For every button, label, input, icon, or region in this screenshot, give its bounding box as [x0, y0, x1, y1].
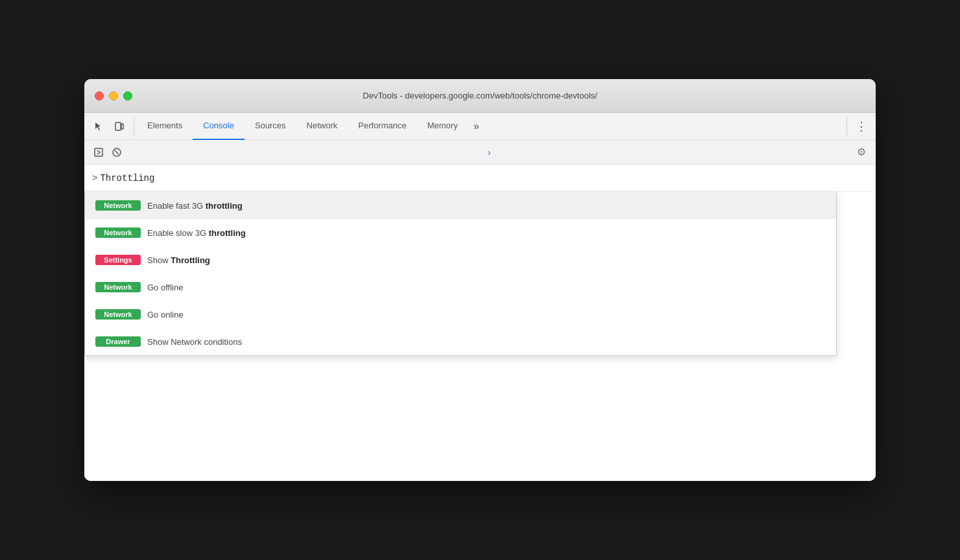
title-bar: DevTools - developers.google.com/web/too…	[84, 79, 876, 113]
item-text-fast-3g: Enable fast 3G throttling	[147, 201, 243, 211]
item-text-show-throttling: Show Throttling	[147, 255, 210, 265]
devtools-window: DevTools - developers.google.com/web/too…	[84, 79, 876, 481]
autocomplete-item-slow-3g[interactable]: Network Enable slow 3G throttling	[85, 219, 836, 246]
item-text-slow-3g: Enable slow 3G throttling	[147, 228, 246, 238]
item-text-go-offline: Go offline	[147, 283, 183, 292]
tab-memory[interactable]: Memory	[417, 113, 468, 140]
clear-console-button[interactable]	[108, 143, 126, 161]
device-mode-icon[interactable]	[110, 117, 128, 135]
window-title: DevTools - developers.google.com/web/too…	[363, 91, 597, 100]
toolbar-right-group: ⋮	[846, 117, 870, 135]
expand-button[interactable]	[90, 143, 108, 161]
select-element-icon[interactable]	[90, 117, 108, 135]
toolbar-icon-group	[90, 117, 134, 135]
main-toolbar: Elements Console Sources Network Perform…	[84, 113, 876, 140]
settings-gear-icon[interactable]: ⚙	[852, 143, 870, 161]
badge-network-3: Network	[95, 282, 141, 292]
secondary-toolbar: › ⚙	[84, 140, 876, 165]
autocomplete-item-fast-3g[interactable]: Network Enable fast 3G throttling	[85, 192, 836, 219]
tab-sources[interactable]: Sources	[245, 113, 296, 140]
autocomplete-item-go-online[interactable]: Network Go online	[85, 301, 836, 328]
autocomplete-item-show-throttling[interactable]: Settings Show Throttling	[85, 246, 836, 274]
tab-network[interactable]: Network	[296, 113, 348, 140]
badge-network-4: Network	[95, 309, 141, 320]
svg-rect-2	[95, 148, 102, 156]
traffic-lights	[95, 91, 132, 100]
console-area: > Throttling Network Enable fast 3G thro…	[84, 165, 876, 481]
badge-drawer: Drawer	[95, 336, 141, 347]
autocomplete-item-go-offline[interactable]: Network Go offline	[85, 274, 836, 301]
badge-network-2: Network	[95, 228, 141, 238]
console-prompt: >	[92, 173, 97, 183]
tab-performance[interactable]: Performance	[348, 113, 416, 140]
devtools-panel: Elements Console Sources Network Perform…	[84, 113, 876, 481]
tab-more-button[interactable]: »	[468, 113, 485, 140]
minimize-button[interactable]	[109, 91, 118, 100]
tab-elements[interactable]: Elements	[137, 113, 193, 140]
svg-rect-0	[115, 122, 121, 130]
more-options-button[interactable]: ⋮	[852, 117, 870, 135]
autocomplete-item-network-conditions[interactable]: Drawer Show Network conditions	[85, 328, 836, 355]
tab-console[interactable]: Console	[193, 113, 245, 140]
autocomplete-dropdown: Network Enable fast 3G throttling Networ…	[84, 192, 837, 356]
badge-network-1: Network	[95, 200, 141, 211]
close-button[interactable]	[95, 91, 104, 100]
console-input[interactable]: Throttling	[100, 173, 868, 183]
svg-line-4	[115, 150, 119, 154]
maximize-button[interactable]	[123, 91, 132, 100]
badge-settings: Settings	[95, 255, 141, 265]
chevron-right-icon[interactable]: ›	[488, 147, 491, 158]
svg-rect-1	[121, 124, 123, 129]
item-text-network-conditions: Show Network conditions	[147, 337, 242, 347]
tab-list: Elements Console Sources Network Perform…	[137, 113, 846, 140]
console-input-row[interactable]: > Throttling	[84, 165, 876, 192]
item-text-go-online: Go online	[147, 310, 184, 320]
